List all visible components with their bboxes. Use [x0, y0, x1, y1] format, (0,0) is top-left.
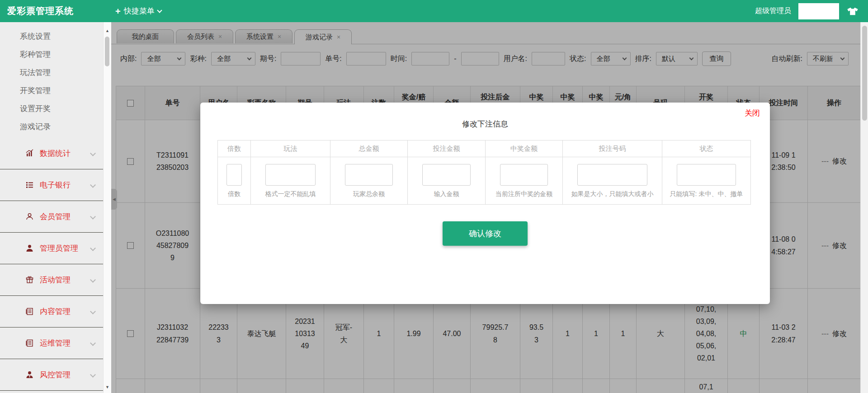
- modal-header-row: 倍数 玩法 总金额 投注金额 中奖金额 投注号码 状态: [218, 140, 751, 157]
- play-input[interactable]: [265, 164, 316, 186]
- quick-menu-label: 快捷菜单: [124, 6, 155, 16]
- modal-col-multiplier: 倍数: [218, 140, 251, 157]
- topbar: 爱彩票管理系统 + 快捷菜单 超级管理员: [0, 0, 868, 22]
- sidebar-sections: 数据统计 电子银行 会员管理: [0, 138, 103, 391]
- sidebar-scrollbar-thumb[interactable]: [105, 37, 109, 66]
- plus-icon: +: [115, 7, 121, 16]
- sidebar-item-lottery-type[interactable]: 彩种管理: [0, 46, 103, 64]
- sidebar-section-content[interactable]: 内容管理: [0, 296, 103, 328]
- chevron-down-icon: [90, 214, 96, 220]
- sidebar-item-set-draw[interactable]: 设置开奖: [0, 100, 103, 118]
- window-scrollbar[interactable]: [860, 22, 868, 393]
- modal-col-status: 状态: [662, 140, 751, 157]
- theme-tshirt-icon[interactable]: [846, 7, 859, 16]
- chevron-down-icon: [90, 245, 96, 251]
- sidebar-section-label: 会员管理: [40, 211, 71, 222]
- sidebar-section-label: 数据统计: [40, 148, 71, 159]
- chevron-down-icon: [157, 8, 162, 13]
- modal-col-play: 玩法: [251, 140, 330, 157]
- bet-numbers-input[interactable]: [577, 164, 647, 186]
- bet-amount-hint: 输入金额: [410, 190, 482, 198]
- scroll-up-arrow-icon[interactable]: ▲: [104, 28, 111, 33]
- sidebar-section-admins[interactable]: 管理员管理: [0, 233, 103, 264]
- sidebar-section-e-bank[interactable]: 电子银行: [0, 169, 103, 201]
- sidebar-section-label: 运维管理: [40, 338, 71, 348]
- sidebar-section-members[interactable]: 会员管理: [0, 201, 103, 233]
- chevron-down-icon: [90, 340, 96, 346]
- chevron-down-icon: [90, 309, 96, 314]
- sidebar: 系统设置 彩种管理 玩法管理 开奖管理 设置开奖 游戏记录 数据统计: [0, 22, 103, 393]
- sidebar-section-activities[interactable]: 活动管理: [0, 264, 103, 296]
- modal-close-button[interactable]: 关闭: [745, 108, 760, 118]
- chevron-down-icon: [90, 150, 96, 156]
- news-icon: [25, 307, 34, 316]
- bet-amount-input[interactable]: [422, 164, 471, 186]
- multiplier-input[interactable]: [226, 164, 242, 186]
- sidebar-item-draw-manage[interactable]: 开奖管理: [0, 82, 103, 100]
- modal-col-bet-amount: 投注金额: [408, 140, 486, 157]
- screen: 爱彩票管理系统 + 快捷菜单 超级管理员 系统设置 彩种管理 玩法管理 开奖管理…: [0, 0, 868, 393]
- sidebar-section-data-stats[interactable]: 数据统计: [0, 138, 103, 169]
- sidebar-section-label: 风控管理: [40, 370, 71, 380]
- admin-person-icon: [25, 244, 34, 253]
- chevron-down-icon: [90, 182, 96, 188]
- win-amount-hint: 当前注所中奖的金额: [488, 190, 560, 198]
- chevron-down-icon: [90, 277, 96, 283]
- quick-menu-button[interactable]: + 快捷菜单: [115, 6, 161, 16]
- bet-numbers-hint: 如果是大小，只能填大或者小: [566, 190, 659, 198]
- modal-title: 修改下注信息: [200, 119, 770, 129]
- modal-col-total-amount: 总金额: [330, 140, 408, 157]
- app-title: 爱彩票管理系统: [7, 5, 74, 17]
- modal-fields-table: 倍数 玩法 总金额 投注金额 中奖金额 投注号码 状态 倍数: [217, 140, 751, 205]
- confirm-edit-button[interactable]: 确认修改: [443, 221, 528, 246]
- sidebar-section-label: 活动管理: [40, 275, 71, 285]
- sidebar-item-system-settings[interactable]: 系统设置: [0, 28, 103, 46]
- multiplier-hint: 倍数: [221, 190, 248, 198]
- topbar-right: 超级管理员: [755, 3, 859, 19]
- risk-person-icon: [25, 370, 34, 379]
- sidebar-item-game-records[interactable]: 游戏记录: [0, 118, 103, 136]
- modal-input-row: 倍数 格式一定不能乱填 玩家总余额 输入金额: [218, 157, 751, 205]
- ops-doc-icon: [25, 339, 34, 347]
- bar-chart-icon: [25, 149, 34, 158]
- sidebar-section-label: 电子银行: [40, 180, 71, 190]
- scroll-down-arrow-icon[interactable]: ▼: [104, 385, 111, 389]
- total-amount-hint: 玩家总余额: [333, 190, 405, 198]
- modal-col-win-amount: 中奖金额: [486, 140, 563, 157]
- modal-col-bet-numbers: 投注号码: [563, 140, 662, 157]
- avatar-box[interactable]: [798, 3, 839, 19]
- gift-icon: [25, 276, 34, 284]
- play-hint: 格式一定不能乱填: [254, 190, 327, 198]
- sidebar-item-play-manage[interactable]: 玩法管理: [0, 64, 103, 82]
- sidebar-section-risk[interactable]: 风控管理: [0, 359, 103, 391]
- window-scrollbar-thumb[interactable]: [862, 26, 867, 121]
- sidebar-section-label: 管理员管理: [40, 243, 78, 253]
- sidebar-section-label: 内容管理: [40, 306, 71, 317]
- sidebar-section-ops[interactable]: 运维管理: [0, 328, 103, 359]
- sidebar-scrollbar[interactable]: ▲ ▼: [103, 22, 111, 393]
- numbered-list-icon: [25, 181, 34, 189]
- win-amount-input[interactable]: [500, 164, 548, 186]
- status-input[interactable]: [677, 164, 736, 186]
- edit-bet-modal: 关闭 修改下注信息 倍数 玩法 总金额 投注金额 中奖金额 投注号码 状态: [200, 103, 770, 304]
- member-outline-icon: [25, 212, 34, 221]
- status-hint: 只能填写: 未中、中、撤单: [665, 190, 748, 198]
- sidebar-submenu: 系统设置 彩种管理 玩法管理 开奖管理 设置开奖 游戏记录: [0, 22, 103, 136]
- chevron-down-icon: [90, 372, 96, 378]
- total-amount-input[interactable]: [345, 164, 393, 186]
- current-role-label: 超级管理员: [755, 6, 791, 16]
